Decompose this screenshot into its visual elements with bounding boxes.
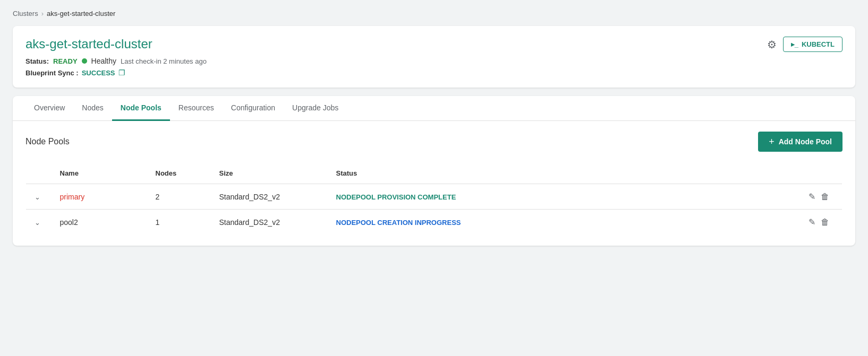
delete-icon[interactable]: 🗑 <box>821 218 829 227</box>
pool-nodes-pool2: 1 <box>147 210 211 235</box>
status-label: Status: <box>25 57 49 65</box>
status-row: Status: READY Healthy Last check-in 2 mi… <box>25 57 843 65</box>
add-node-pool-button[interactable]: + Add Node Pool <box>758 132 843 152</box>
content-area: Node Pools + Add Node Pool Name Nodes Si… <box>13 121 855 246</box>
th-name: Name <box>52 163 147 184</box>
section-title: Node Pools <box>25 137 70 146</box>
blueprint-status: SUCCESS <box>82 69 115 77</box>
kubectl-button[interactable]: ▸_ KUBECTL <box>783 37 843 52</box>
pool-status-pool2: NODEPOOL CREATION INPROGRESS <box>328 210 800 235</box>
edit-icon[interactable]: ✎ <box>809 217 815 227</box>
tab-node-pools[interactable]: Node Pools <box>112 96 170 121</box>
blueprint-row: Blueprint Sync : SUCCESS ❐ <box>25 68 843 77</box>
health-label: Healthy <box>91 57 116 65</box>
pool-name-pool2: pool2 <box>52 210 147 235</box>
breadcrumb-current: aks-get-started-cluster <box>47 10 115 18</box>
breadcrumb: Clusters › aks-get-started-cluster <box>13 10 855 18</box>
settings-icon[interactable]: ⚙ <box>767 38 777 51</box>
cluster-title: aks-get-started-cluster <box>25 37 843 51</box>
add-node-pool-label: Add Node Pool <box>779 137 832 146</box>
blueprint-label: Blueprint Sync : <box>25 69 79 77</box>
delete-icon[interactable]: 🗑 <box>821 192 829 202</box>
breadcrumb-parent[interactable]: Clusters <box>13 10 38 18</box>
header-card: ⚙ ▸_ KUBECTL aks-get-started-cluster Sta… <box>13 26 855 88</box>
external-link-icon[interactable]: ❐ <box>118 68 125 77</box>
add-plus-icon: + <box>769 137 775 146</box>
kubectl-label: KUBECTL <box>802 40 835 48</box>
status-value: READY <box>53 57 78 65</box>
tab-upgrade-jobs[interactable]: Upgrade Jobs <box>284 96 347 121</box>
checkin-text: Last check-in 2 minutes ago <box>121 57 207 65</box>
node-pools-table: Name Nodes Size Status ⌄ primary <box>25 162 843 235</box>
pool-actions-primary: ✎ 🗑 <box>800 184 843 210</box>
th-status: Status <box>328 163 800 184</box>
terminal-icon: ▸_ <box>791 40 798 48</box>
th-actions <box>800 163 843 184</box>
th-expand <box>26 163 52 184</box>
pool-actions-pool2: ✎ 🗑 <box>800 210 843 235</box>
tab-resources[interactable]: Resources <box>170 96 223 121</box>
th-nodes: Nodes <box>147 163 211 184</box>
tabs-row: Overview Nodes Node Pools Resources Conf… <box>13 96 855 121</box>
pool-name-primary: primary <box>52 184 147 210</box>
expand-cell-primary: ⌄ <box>26 184 52 210</box>
chevron-down-icon[interactable]: ⌄ <box>35 193 40 201</box>
breadcrumb-separator: › <box>41 10 44 18</box>
table-row: ⌄ pool2 1 Standard_DS2_v2 NODEPOOL CREAT… <box>26 210 843 235</box>
table-header-row: Name Nodes Size Status <box>26 163 843 184</box>
section-header: Node Pools + Add Node Pool <box>25 132 843 152</box>
pool-status-primary: NODEPOOL PROVISION COMPLETE <box>328 184 800 210</box>
pool-size-pool2: Standard_DS2_v2 <box>211 210 328 235</box>
health-dot <box>82 58 87 64</box>
chevron-down-icon[interactable]: ⌄ <box>35 219 40 227</box>
pool-size-primary: Standard_DS2_v2 <box>211 184 328 210</box>
edit-icon[interactable]: ✎ <box>809 192 815 202</box>
tab-overview[interactable]: Overview <box>25 96 73 121</box>
tab-nodes[interactable]: Nodes <box>73 96 112 121</box>
expand-cell-pool2: ⌄ <box>26 210 52 235</box>
pool-nodes-primary: 2 <box>147 184 211 210</box>
header-actions: ⚙ ▸_ KUBECTL <box>767 37 843 52</box>
th-size: Size <box>211 163 328 184</box>
tab-configuration[interactable]: Configuration <box>223 96 284 121</box>
table-row: ⌄ primary 2 Standard_DS2_v2 NODEPOOL PRO… <box>26 184 843 210</box>
main-card: Overview Nodes Node Pools Resources Conf… <box>13 96 855 246</box>
